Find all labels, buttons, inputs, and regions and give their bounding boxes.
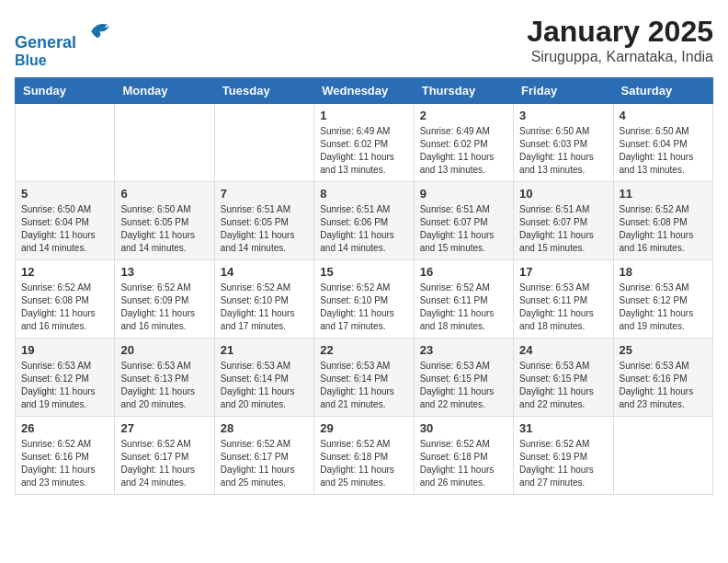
day-info: Sunrise: 6:53 AMSunset: 6:12 PMDaylight:…: [620, 282, 707, 333]
calendar-cell: 31Sunrise: 6:52 AMSunset: 6:19 PMDayligh…: [514, 417, 613, 495]
day-info: Sunrise: 6:51 AMSunset: 6:07 PMDaylight:…: [420, 203, 507, 255]
day-number: 5: [21, 187, 108, 201]
calendar-cell: 29Sunrise: 6:52 AMSunset: 6:18 PMDayligh…: [314, 417, 414, 495]
calendar-cell: 26Sunrise: 6:52 AMSunset: 6:16 PMDayligh…: [16, 417, 115, 495]
day-number: 31: [519, 421, 607, 435]
col-wednesday: Wednesday: [314, 78, 414, 104]
calendar-cell: 3Sunrise: 6:50 AMSunset: 6:03 PMDaylight…: [514, 104, 613, 182]
day-info: Sunrise: 6:51 AMSunset: 6:06 PMDaylight:…: [320, 203, 407, 255]
day-number: 18: [620, 265, 707, 279]
calendar-cell: [115, 104, 214, 182]
calendar-cell: 6Sunrise: 6:50 AMSunset: 6:05 PMDaylight…: [115, 182, 214, 260]
day-info: Sunrise: 6:53 AMSunset: 6:15 PMDaylight:…: [420, 360, 507, 411]
calendar-cell: 19Sunrise: 6:53 AMSunset: 6:12 PMDayligh…: [16, 339, 115, 417]
calendar-cell: 24Sunrise: 6:53 AMSunset: 6:15 PMDayligh…: [514, 339, 613, 417]
day-number: 8: [320, 187, 407, 201]
calendar-cell: 23Sunrise: 6:53 AMSunset: 6:15 PMDayligh…: [414, 339, 513, 417]
day-info: Sunrise: 6:50 AMSunset: 6:05 PMDaylight:…: [120, 203, 208, 255]
day-number: 12: [21, 265, 108, 279]
day-info: Sunrise: 6:53 AMSunset: 6:16 PMDaylight:…: [620, 360, 707, 411]
day-info: Sunrise: 6:53 AMSunset: 6:14 PMDaylight:…: [320, 360, 407, 411]
calendar-cell: 10Sunrise: 6:51 AMSunset: 6:07 PMDayligh…: [514, 182, 613, 260]
day-info: Sunrise: 6:52 AMSunset: 6:19 PMDaylight:…: [519, 438, 607, 489]
day-info: Sunrise: 6:53 AMSunset: 6:15 PMDaylight:…: [519, 360, 607, 411]
calendar-week-2: 5Sunrise: 6:50 AMSunset: 6:04 PMDaylight…: [16, 182, 713, 260]
day-info: Sunrise: 6:52 AMSunset: 6:17 PMDaylight:…: [120, 438, 208, 489]
day-number: 1: [320, 109, 407, 122]
calendar-cell: 20Sunrise: 6:53 AMSunset: 6:13 PMDayligh…: [115, 339, 214, 417]
calendar-cell: 15Sunrise: 6:52 AMSunset: 6:10 PMDayligh…: [314, 260, 414, 339]
day-info: Sunrise: 6:52 AMSunset: 6:10 PMDaylight:…: [320, 282, 407, 333]
calendar-cell: [613, 417, 712, 495]
day-info: Sunrise: 6:51 AMSunset: 6:07 PMDaylight:…: [519, 203, 607, 255]
calendar-header-row: Sunday Monday Tuesday Wednesday Thursday…: [16, 78, 713, 104]
calendar-cell: 22Sunrise: 6:53 AMSunset: 6:14 PMDayligh…: [314, 339, 414, 417]
day-info: Sunrise: 6:52 AMSunset: 6:10 PMDaylight:…: [221, 282, 308, 333]
calendar-cell: 16Sunrise: 6:52 AMSunset: 6:11 PMDayligh…: [414, 260, 513, 339]
day-info: Sunrise: 6:52 AMSunset: 6:17 PMDaylight:…: [221, 438, 308, 489]
calendar-cell: [16, 104, 115, 182]
day-number: 19: [21, 343, 108, 357]
day-info: Sunrise: 6:52 AMSunset: 6:09 PMDaylight:…: [120, 282, 208, 333]
calendar-cell: 14Sunrise: 6:52 AMSunset: 6:10 PMDayligh…: [214, 260, 313, 339]
day-number: 15: [320, 265, 407, 279]
calendar-week-5: 26Sunrise: 6:52 AMSunset: 6:16 PMDayligh…: [16, 417, 713, 495]
col-tuesday: Tuesday: [214, 78, 313, 104]
day-info: Sunrise: 6:49 AMSunset: 6:02 PMDaylight:…: [420, 125, 507, 177]
col-friday: Friday: [514, 78, 613, 104]
calendar-cell: 17Sunrise: 6:53 AMSunset: 6:11 PMDayligh…: [514, 260, 613, 339]
calendar-cell: 1Sunrise: 6:49 AMSunset: 6:02 PMDaylight…: [314, 104, 414, 182]
day-info: Sunrise: 6:50 AMSunset: 6:04 PMDaylight:…: [21, 203, 108, 255]
col-sunday: Sunday: [16, 78, 115, 104]
day-number: 26: [21, 421, 108, 435]
day-info: Sunrise: 6:52 AMSunset: 6:08 PMDaylight:…: [21, 282, 108, 333]
day-info: Sunrise: 6:53 AMSunset: 6:12 PMDaylight:…: [21, 360, 108, 411]
logo-bird-icon: [85, 15, 118, 48]
day-info: Sunrise: 6:52 AMSunset: 6:08 PMDaylight:…: [620, 203, 707, 255]
calendar-cell: 30Sunrise: 6:52 AMSunset: 6:18 PMDayligh…: [414, 417, 513, 495]
calendar-cell: 18Sunrise: 6:53 AMSunset: 6:12 PMDayligh…: [613, 260, 712, 339]
calendar-cell: 9Sunrise: 6:51 AMSunset: 6:07 PMDaylight…: [414, 182, 513, 260]
page-header: General Blue January 2025 Siruguppa, Kar…: [15, 15, 713, 68]
calendar-cell: 7Sunrise: 6:51 AMSunset: 6:05 PMDaylight…: [214, 182, 313, 260]
calendar-cell: 27Sunrise: 6:52 AMSunset: 6:17 PMDayligh…: [115, 417, 214, 495]
day-number: 7: [221, 187, 308, 201]
logo-blue: Blue: [15, 52, 118, 69]
day-info: Sunrise: 6:53 AMSunset: 6:14 PMDaylight:…: [221, 360, 308, 411]
day-info: Sunrise: 6:52 AMSunset: 6:16 PMDaylight:…: [21, 438, 108, 489]
day-info: Sunrise: 6:50 AMSunset: 6:04 PMDaylight:…: [620, 125, 707, 177]
day-number: 25: [620, 343, 707, 357]
calendar-cell: 13Sunrise: 6:52 AMSunset: 6:09 PMDayligh…: [115, 260, 214, 339]
day-number: 30: [420, 421, 507, 435]
day-number: 16: [420, 265, 507, 279]
day-number: 28: [221, 421, 308, 435]
calendar-cell: 4Sunrise: 6:50 AMSunset: 6:04 PMDaylight…: [613, 104, 712, 182]
calendar-cell: 8Sunrise: 6:51 AMSunset: 6:06 PMDaylight…: [314, 182, 414, 260]
logo: General Blue: [15, 15, 118, 68]
day-number: 13: [120, 265, 208, 279]
day-number: 9: [420, 187, 507, 201]
day-info: Sunrise: 6:53 AMSunset: 6:11 PMDaylight:…: [519, 282, 607, 333]
calendar-cell: 12Sunrise: 6:52 AMSunset: 6:08 PMDayligh…: [16, 260, 115, 339]
calendar-week-3: 12Sunrise: 6:52 AMSunset: 6:08 PMDayligh…: [16, 260, 713, 339]
day-number: 6: [120, 187, 208, 201]
day-number: 2: [420, 109, 507, 122]
day-info: Sunrise: 6:49 AMSunset: 6:02 PMDaylight:…: [320, 125, 407, 177]
calendar-cell: 5Sunrise: 6:50 AMSunset: 6:04 PMDaylight…: [16, 182, 115, 260]
day-info: Sunrise: 6:52 AMSunset: 6:18 PMDaylight:…: [320, 438, 407, 489]
day-number: 10: [519, 187, 607, 201]
day-number: 22: [320, 343, 407, 357]
title-block: January 2025 Siruguppa, Karnataka, India: [527, 15, 713, 65]
day-number: 4: [620, 109, 707, 122]
calendar-cell: 21Sunrise: 6:53 AMSunset: 6:14 PMDayligh…: [214, 339, 313, 417]
day-info: Sunrise: 6:51 AMSunset: 6:05 PMDaylight:…: [221, 203, 308, 255]
calendar-subtitle: Siruguppa, Karnataka, India: [527, 49, 713, 65]
day-number: 29: [320, 421, 407, 435]
day-number: 11: [620, 187, 707, 201]
calendar-cell: 11Sunrise: 6:52 AMSunset: 6:08 PMDayligh…: [613, 182, 712, 260]
day-number: 21: [221, 343, 308, 357]
calendar-cell: [214, 104, 313, 182]
calendar-cell: 28Sunrise: 6:52 AMSunset: 6:17 PMDayligh…: [214, 417, 313, 495]
day-info: Sunrise: 6:52 AMSunset: 6:11 PMDaylight:…: [420, 282, 507, 333]
day-number: 3: [519, 109, 607, 122]
